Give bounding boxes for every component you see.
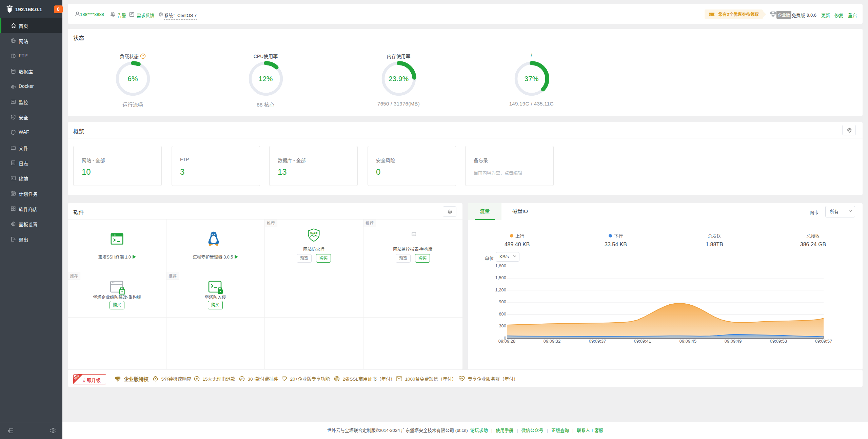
svg-text:WAF: WAF (310, 231, 317, 235)
svg-text:SSL: SSL (335, 378, 339, 380)
svg-text:30+: 30+ (240, 378, 244, 380)
